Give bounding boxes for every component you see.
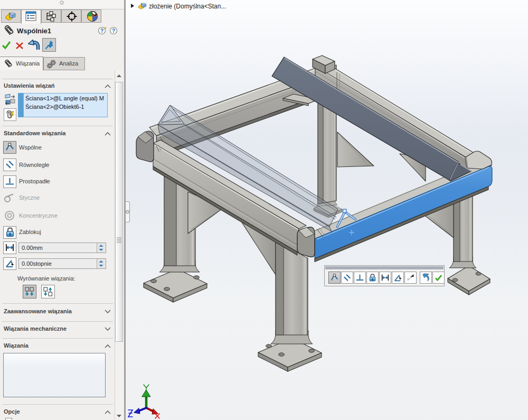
svg-text:?: ? bbox=[100, 28, 103, 34]
svg-text:?: ? bbox=[112, 28, 115, 34]
